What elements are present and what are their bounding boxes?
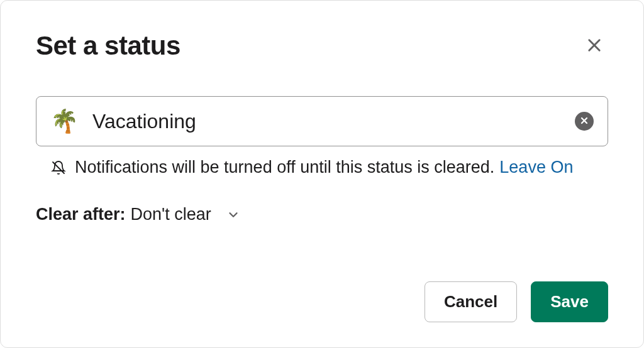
modal-title: Set a status: [36, 31, 180, 61]
notification-info-row: Notifications will be turned off until t…: [36, 158, 608, 177]
status-text-input[interactable]: [92, 110, 575, 133]
leave-on-link[interactable]: Leave On: [499, 158, 573, 177]
clear-status-button[interactable]: [575, 112, 594, 131]
modal-header: Set a status: [36, 31, 608, 61]
bell-off-icon: [51, 160, 66, 175]
notification-text: Notifications will be turned off until t…: [75, 158, 494, 177]
set-status-modal: Set a status 🌴: [0, 0, 644, 348]
clear-after-value: Don't clear: [131, 205, 211, 224]
cancel-button[interactable]: Cancel: [425, 281, 517, 322]
modal-footer: Cancel Save: [36, 281, 608, 322]
close-button[interactable]: [580, 31, 608, 61]
save-button[interactable]: Save: [531, 281, 608, 322]
status-emoji-picker[interactable]: 🌴: [50, 108, 79, 134]
status-input-container: 🌴: [36, 96, 608, 146]
chevron-down-icon: [226, 208, 240, 222]
clear-after-dropdown[interactable]: Clear after: Don't clear: [36, 205, 608, 224]
clear-after-label: Clear after:: [36, 205, 126, 224]
close-icon: [586, 36, 603, 56]
clear-x-icon: [579, 116, 589, 128]
